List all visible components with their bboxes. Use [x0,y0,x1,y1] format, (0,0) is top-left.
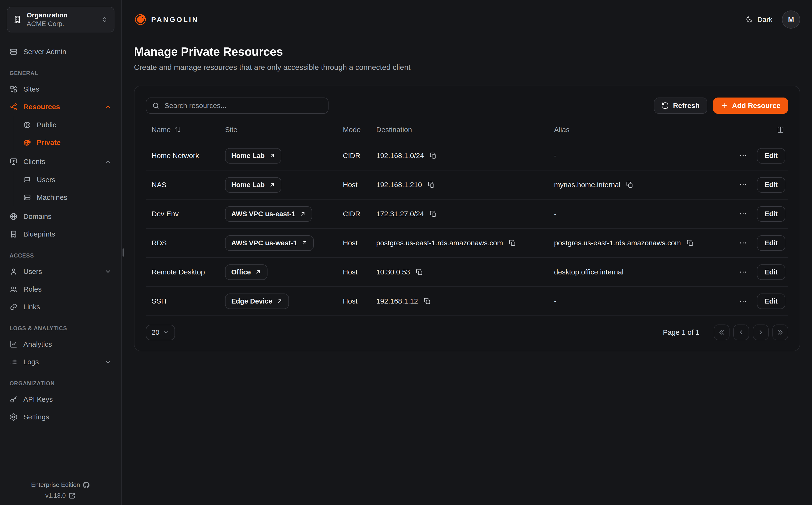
column-header-alias: Alias [548,126,731,134]
sidebar-footer: Enterprise Edition v1.13.0 [0,481,121,499]
row-menu-button[interactable] [738,238,748,248]
page-indicator: Page 1 of 1 [663,328,699,336]
resource-alias: - [554,152,557,160]
column-header-site: Site [219,126,337,134]
theme-toggle[interactable]: Dark [746,15,772,24]
sidebar-item-clients[interactable]: Clients [7,153,115,170]
sidebar-item-label: Resources [23,103,60,111]
edition-link[interactable]: Enterprise Edition [0,481,121,489]
arrow-up-right-icon [269,182,275,188]
sidebar-item-label: Links [23,303,40,311]
sidebar-item-label: Server Admin [23,48,66,56]
laptop-icon [23,176,31,184]
copy-icon [416,269,423,276]
sidebar-item-machines[interactable]: Machines [20,189,115,206]
search-icon [152,102,160,110]
organization-label: Organization [27,11,96,19]
avatar[interactable]: M [782,10,800,29]
sidebar-item-resources[interactable]: Resources [7,98,115,116]
copy-destination-button[interactable] [429,151,438,160]
row-menu-button[interactable] [738,267,748,277]
arrow-up-right-icon [255,269,261,275]
next-page-button[interactable] [753,325,769,340]
edit-button[interactable]: Edit [757,265,785,280]
ellipsis-icon [739,180,747,189]
sidebar-section-label: LOGS & ANALYTICS [10,325,112,332]
edit-button[interactable]: Edit [757,235,785,251]
sidebar-item-label: Users [37,176,55,184]
ellipsis-icon [739,297,747,305]
row-menu-button[interactable] [738,296,748,306]
arrow-up-right-icon [300,211,306,217]
ellipsis-icon [739,151,747,160]
sidebar-item-label: Sites [23,85,39,93]
sort-icon [174,126,181,133]
copy-destination-button[interactable] [508,238,517,247]
copy-destination-button[interactable] [423,297,432,306]
edit-button[interactable]: Edit [757,294,785,309]
sidebar-item-public[interactable]: Public [20,116,115,134]
site-link[interactable]: AWS VPC us-west-1 [225,235,314,251]
resources-icon [10,103,18,111]
copy-destination-button[interactable] [429,209,438,218]
add-resource-button[interactable]: Add Resource [713,98,788,114]
copy-destination-button[interactable] [427,180,436,189]
sidebar-item-client-users[interactable]: Users [20,171,115,189]
site-link[interactable]: Office [225,265,267,280]
copy-destination-button[interactable] [415,268,424,277]
chevron-right-icon [757,329,764,336]
resource-mode: Host [337,268,371,276]
search-input[interactable] [165,102,322,110]
sidebar-item-label: Clients [23,158,45,166]
sidebar-item-private[interactable]: Private [20,134,115,151]
monitor-up-icon [10,158,18,166]
sidebar-item-server-admin[interactable]: Server Admin [7,43,115,60]
sidebar-item-users[interactable]: Users [7,263,115,281]
sidebar-item-analytics[interactable]: Analytics [7,335,115,353]
sidebar-item-settings[interactable]: Settings [7,408,115,426]
sidebar-item-label: Private [37,139,60,147]
site-link[interactable]: Home Lab [225,148,281,164]
sidebar-item-label: Blueprints [23,230,55,238]
row-menu-button[interactable] [738,180,748,190]
copy-alias-button[interactable] [625,180,634,189]
sidebar-item-blueprints[interactable]: Blueprints [7,225,115,243]
resource-mode: CIDR [337,210,371,218]
refresh-button[interactable]: Refresh [654,98,707,114]
previous-page-button[interactable] [733,325,749,340]
sidebar-item-sites[interactable]: Sites [7,80,115,98]
version-label: v1.13.0 [45,492,65,499]
column-visibility-button[interactable] [776,125,785,135]
site-link[interactable]: Edge Device [225,294,289,309]
sidebar-item-links[interactable]: Links [7,298,115,316]
site-link[interactable]: AWS VPC us-east-1 [225,206,312,222]
row-menu-button[interactable] [738,150,748,161]
last-page-button[interactable] [772,325,788,340]
pangolin-logo-icon [134,13,147,26]
edit-button[interactable]: Edit [757,148,785,164]
site-link[interactable]: Home Lab [225,177,281,193]
copy-icon [430,152,437,159]
first-page-button[interactable] [714,325,730,340]
organization-selector[interactable]: Organization ACME Corp. [7,7,115,32]
sidebar-scrollbar[interactable] [123,248,124,257]
users-icon [10,285,18,293]
resource-alias: - [554,297,557,305]
edit-button[interactable]: Edit [757,177,785,193]
edit-button[interactable]: Edit [757,206,785,222]
chevron-left-icon [738,329,745,336]
resource-name: NAS [146,181,219,189]
arrow-up-right-icon [301,240,308,246]
version-link[interactable]: v1.13.0 [0,492,121,499]
sidebar-item-domains[interactable]: Domains [7,208,115,225]
sidebar-item-roles[interactable]: Roles [7,281,115,298]
column-header-name[interactable]: Name [146,126,219,134]
page-size-select[interactable]: 20 [146,325,175,340]
resource-mode: Host [337,181,371,189]
copy-alias-button[interactable] [686,238,695,247]
row-menu-button[interactable] [738,209,748,219]
sidebar-item-api-keys[interactable]: API Keys [7,390,115,408]
sidebar-item-logs[interactable]: Logs [7,353,115,371]
moon-icon [746,16,753,23]
plus-icon [721,102,728,109]
